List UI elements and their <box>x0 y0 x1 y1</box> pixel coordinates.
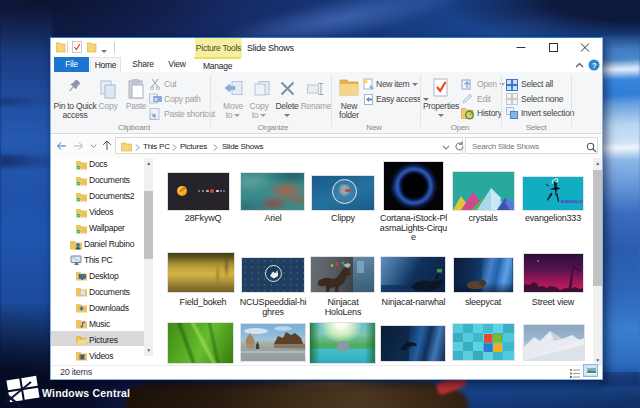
svg-text:EVANGELION: EVANGELION <box>561 199 583 204</box>
svg-text:?: ? <box>592 61 597 70</box>
